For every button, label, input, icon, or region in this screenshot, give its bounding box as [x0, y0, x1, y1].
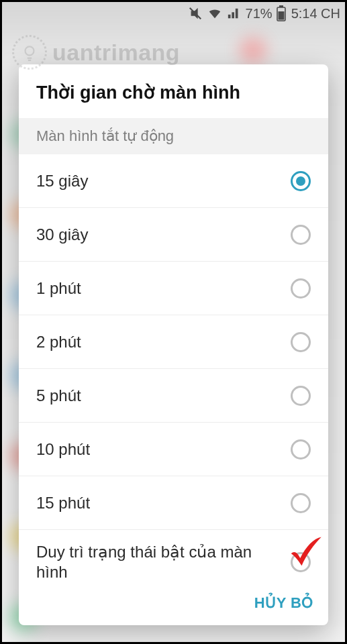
cancel-button[interactable]: HỦY BỎ — [254, 594, 313, 612]
option-label: 1 phút — [36, 278, 92, 299]
timeout-option[interactable]: 15 giây — [19, 154, 328, 208]
timeout-option[interactable]: 1 phút — [19, 262, 328, 315]
timeout-option[interactable]: 10 phút — [19, 423, 328, 476]
mute-icon — [188, 6, 203, 21]
screen-timeout-dialog: Thời gian chờ màn hình Màn hình tắt tự đ… — [19, 64, 328, 625]
signal-icon — [227, 6, 242, 21]
radio-icon[interactable] — [291, 386, 311, 406]
option-label: 15 phút — [36, 493, 101, 513]
radio-icon[interactable] — [291, 171, 311, 191]
battery-icon — [277, 5, 286, 21]
radio-icon[interactable] — [291, 332, 311, 352]
option-label: 2 phút — [36, 332, 92, 352]
options-list: 15 giây30 giây1 phút2 phút5 phút10 phút1… — [19, 154, 328, 585]
option-label: 30 giây — [36, 225, 99, 245]
radio-icon[interactable] — [291, 278, 311, 299]
dialog-title: Thời gian chờ màn hình — [19, 64, 328, 118]
status-bar: 71% 5:14 CH — [0, 0, 347, 27]
option-label: 15 giây — [36, 171, 99, 191]
clock-text: 5:14 CH — [291, 6, 340, 21]
option-label: 5 phút — [36, 386, 92, 406]
radio-icon[interactable] — [291, 552, 311, 572]
timeout-option[interactable]: 2 phút — [19, 315, 328, 369]
battery-percentage: 71% — [246, 6, 272, 21]
radio-icon[interactable] — [291, 225, 311, 245]
timeout-option[interactable]: 30 giây — [19, 208, 328, 262]
timeout-option[interactable]: Duy trì trạng thái bật của màn hình — [19, 530, 328, 585]
bg-blob — [240, 37, 266, 64]
radio-icon[interactable] — [291, 493, 311, 513]
dialog-footer: HỦY BỎ — [19, 585, 328, 625]
radio-icon[interactable] — [291, 439, 311, 460]
option-label: Duy trì trạng thái bật của màn hình — [36, 542, 291, 582]
timeout-option[interactable]: 15 phút — [19, 476, 328, 530]
svg-rect-3 — [278, 11, 284, 20]
timeout-option[interactable]: 5 phút — [19, 369, 328, 423]
option-label: 10 phút — [36, 439, 101, 460]
wifi-icon — [207, 6, 223, 21]
section-header: Màn hình tắt tự động — [19, 118, 328, 154]
